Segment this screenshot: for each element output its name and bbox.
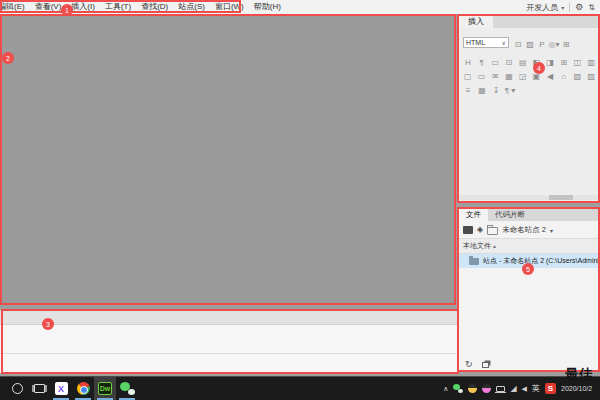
menu-items: 编辑(E) 查看(V) 插入(I) 工具(T) 查找(D) 站点(S) 窗口(W…: [0, 0, 284, 14]
div-icon[interactable]: ⊡: [512, 39, 524, 50]
home-icon[interactable]: ⌂: [558, 71, 570, 82]
category-select-value: HTML: [466, 39, 485, 46]
cortana-icon: [12, 383, 23, 394]
qq-tray-icon-2[interactable]: [482, 384, 491, 393]
table-cell-icon[interactable]: ⊞: [558, 57, 570, 68]
qq-tray-icon[interactable]: [468, 384, 477, 393]
speaker-icon[interactable]: ◀: [522, 385, 527, 393]
horizontal-rule-icon[interactable]: ≡: [462, 85, 474, 96]
divider: [569, 3, 570, 12]
network-icon[interactable]: [496, 386, 505, 392]
abbr-icon[interactable]: ⊡: [503, 57, 515, 68]
sort-caret-icon: ▴: [493, 243, 496, 249]
video-icon[interactable]: ▦: [503, 71, 515, 82]
wechat-tray-icon[interactable]: [453, 384, 463, 393]
invisible-element-icon[interactable]: ↧: [490, 85, 502, 96]
canvas-icon[interactable]: ▢: [462, 71, 474, 82]
quick-icons: ⊡▨P◎▾⊞: [512, 33, 572, 51]
cortana-button[interactable]: [6, 377, 28, 400]
dreamweaver-button[interactable]: Dw: [94, 377, 116, 400]
menu-help[interactable]: 帮助(H): [251, 0, 284, 14]
chevron-down-icon: ∨: [502, 39, 506, 46]
rows-icon[interactable]: ▥: [585, 57, 597, 68]
signal-icon[interactable]: ◢: [510, 385, 516, 393]
block-icon[interactable]: ▤: [517, 57, 529, 68]
taskbar-apps: X Dw: [0, 377, 138, 400]
insert-icon-grid-row3: ≡▦↧¶ ▾: [459, 85, 600, 96]
menu-view[interactable]: 查看(V): [32, 0, 65, 14]
image-icon[interactable]: ▨: [524, 39, 536, 50]
site-root-label: 站点 - 未命名站点 2 (C:\Users\Administrat: [483, 256, 600, 266]
horizontal-scrollbar[interactable]: [459, 195, 600, 200]
files-panel-tabbar: 文件 代码片断: [459, 208, 600, 221]
properties-panel-header: [0, 310, 459, 325]
sogou-input-icon[interactable]: S: [545, 383, 556, 394]
site-root-row[interactable]: 站点 - 未命名站点 2 (C:\Users\Administrat: [459, 254, 600, 268]
divider: [0, 353, 459, 354]
edit-icon[interactable]: ◲: [517, 71, 529, 82]
file-activity-icon[interactable]: [482, 362, 489, 368]
task-view-icon: [34, 384, 45, 393]
taskbar-clock[interactable]: 2020/10/2: [561, 385, 598, 393]
chevron-down-icon: ▾: [561, 4, 564, 11]
task-view-button[interactable]: [28, 377, 50, 400]
chrome-button[interactable]: [72, 377, 94, 400]
menu-site[interactable]: 站点(S): [175, 0, 208, 14]
windows-taskbar: X Dw ∧ ◢ ◀ 英 S 2020/10/2: [0, 376, 600, 400]
line-break-icon[interactable]: ¶: [476, 57, 488, 68]
media-dropdown-icon[interactable]: ◎▾: [548, 39, 560, 50]
tab-files[interactable]: 文件: [459, 208, 488, 221]
sync-icon[interactable]: ⇅: [588, 3, 595, 12]
table-icon[interactable]: ⊞: [560, 39, 572, 50]
wechat-icon: [120, 382, 135, 395]
chrome-icon: [77, 382, 90, 395]
sidebar-right-icon[interactable]: ◨: [544, 57, 556, 68]
tab-insert[interactable]: 插入: [459, 15, 493, 28]
menu-edit[interactable]: 编辑(E): [0, 0, 28, 14]
dreamweaver-window: 编辑(E) 查看(V) 插入(I) 工具(T) 查找(D) 站点(S) 窗口(W…: [0, 0, 600, 400]
frame-icon[interactable]: ▭: [489, 57, 501, 68]
columns-icon[interactable]: ◫: [572, 57, 584, 68]
properties-panel[interactable]: [0, 310, 459, 373]
copy-icon[interactable]: ▨: [585, 71, 597, 82]
email-link-icon[interactable]: ✉: [489, 71, 501, 82]
folder-icon: [487, 227, 498, 235]
server-connect-icon[interactable]: [463, 226, 473, 234]
character-dropdown-icon[interactable]: ¶ ▾: [504, 85, 516, 96]
x-app-button[interactable]: X: [50, 377, 72, 400]
script-icon[interactable]: ▧: [572, 71, 584, 82]
wechat-button[interactable]: [116, 377, 138, 400]
tab-snippets[interactable]: 代码片断: [488, 208, 532, 221]
refresh-icon[interactable]: ↻: [465, 359, 473, 369]
insert-panel: 插入 HTML ∨ ⊡▨P◎▾⊞ H¶▭⊡▤◧◨⊞◫▥ ▢▭✉▦◲▣◀⌂▧▨ ≡…: [458, 15, 600, 202]
workspace-label: 开发人员: [526, 2, 558, 13]
files-panel: 文件 代码片断 ◈ 未命名站点 2 ▾ 本地文件 ▴ 站点 - 未命名站点 2 …: [458, 208, 600, 372]
heading-icon[interactable]: H: [462, 57, 474, 68]
gear-icon[interactable]: ⚙: [575, 2, 583, 12]
local-files-header[interactable]: 本地文件 ▴: [459, 238, 600, 254]
site-diamond-icon[interactable]: ◈: [477, 226, 483, 234]
document-canvas[interactable]: [0, 14, 456, 305]
menu-window[interactable]: 窗口(W): [212, 0, 247, 14]
workspace-switcher[interactable]: 开发人员 ▾: [526, 2, 564, 13]
insert-panel-tabbar: 插入: [459, 15, 600, 28]
language-indicator[interactable]: 英: [532, 383, 540, 394]
tray-expand-icon[interactable]: ∧: [443, 385, 448, 393]
date-icon[interactable]: ▦: [476, 85, 488, 96]
local-files-label: 本地文件: [463, 242, 491, 249]
insert-icon-grid-row2: ▢▭✉▦◲▣◀⌂▧▨: [459, 71, 600, 82]
audio-icon[interactable]: ◀: [544, 71, 556, 82]
system-tray: ∧ ◢ ◀ 英 S 2020/10/2: [443, 383, 600, 394]
menu-insert[interactable]: 插入(I): [68, 0, 98, 14]
chevron-down-icon: ▾: [550, 227, 553, 234]
sidebar-left-icon[interactable]: ◧: [531, 57, 543, 68]
page-icon[interactable]: ▣: [531, 71, 543, 82]
category-select[interactable]: HTML ∨: [463, 37, 509, 48]
menu-tools[interactable]: 工具(T): [102, 0, 134, 14]
site-dropdown[interactable]: 未命名站点 2: [502, 225, 546, 235]
scrollbar-thumb[interactable]: [549, 195, 573, 200]
dialog-icon[interactable]: ▭: [476, 71, 488, 82]
paragraph-icon[interactable]: P: [536, 39, 548, 50]
corner-overlay-text: 最佳: [565, 366, 600, 383]
menu-find[interactable]: 查找(D): [138, 0, 171, 14]
